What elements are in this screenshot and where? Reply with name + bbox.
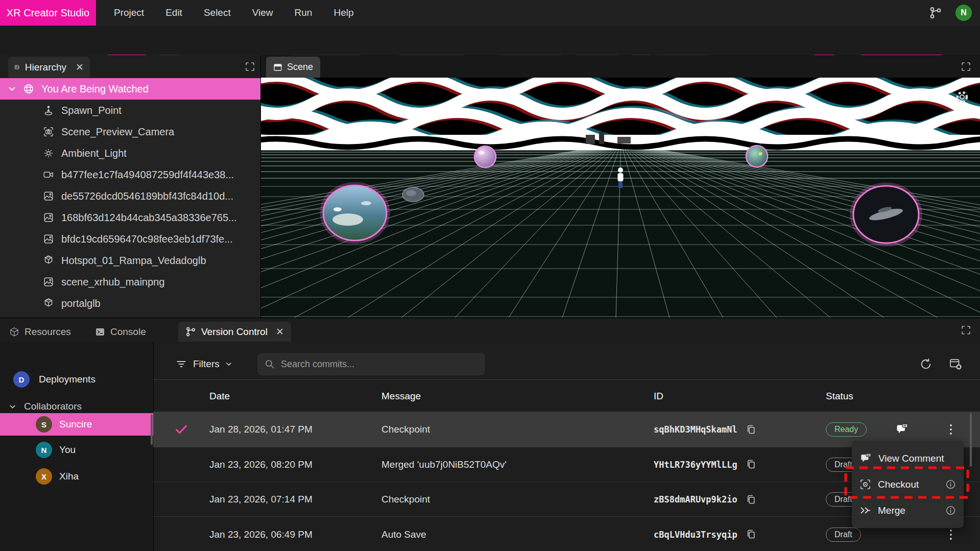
hierarchy-icon xyxy=(14,62,20,73)
tree-item[interactable]: 168bf63d124b44cab345a38336e765... xyxy=(0,207,260,228)
tab-scene[interactable]: Scene xyxy=(266,57,320,78)
image-icon xyxy=(43,276,54,288)
portal-small-gray[interactable] xyxy=(402,187,424,202)
menu-select[interactable]: Select xyxy=(193,7,242,18)
portal-left-large[interactable] xyxy=(321,183,389,243)
tree-item[interactable]: portalglb xyxy=(0,293,260,314)
refresh-icon[interactable] xyxy=(919,357,933,371)
chevron-down-icon[interactable] xyxy=(8,86,16,91)
avatar-figure[interactable] xyxy=(618,167,624,188)
close-icon[interactable]: ✕ xyxy=(276,327,284,337)
tab-hierarchy[interactable]: Hierarchy ✕ xyxy=(8,57,90,78)
collaborator-avatar: S xyxy=(36,416,52,433)
sidebar-scrollbar[interactable] xyxy=(151,414,153,445)
close-icon[interactable]: ✕ xyxy=(76,62,84,72)
main-area: Hierarchy ✕ You Are Being Watched xyxy=(0,55,980,318)
commit-date: Jan 23, 2026, 08:20 PM xyxy=(209,459,381,470)
toolbar: World Selection 0.5m 5° xyxy=(0,26,980,55)
tree-item[interactable]: Hotspot_01_Rampa_Vedadoglb xyxy=(0,250,260,271)
vc-sidebar: D Deployments Collaborators S Suncire N … xyxy=(0,342,154,551)
tree-item[interactable]: Ambient_Light xyxy=(0,142,260,164)
expand-panel-icon[interactable] xyxy=(961,325,971,335)
user-avatar[interactable]: N xyxy=(955,5,972,21)
commit-id: sqBhKD3MHqSkamNl xyxy=(654,424,737,435)
scene-3d-render[interactable] xyxy=(261,78,980,318)
copy-icon[interactable] xyxy=(746,459,756,470)
tree-item[interactable]: b477fee1c7fa494087259df4f443e38... xyxy=(0,164,260,185)
commit-date: Jan 28, 2026, 01:47 PM xyxy=(209,424,381,435)
commit-date: Jan 23, 2026, 07:14 PM xyxy=(209,494,381,505)
tree-item[interactable]: Spawn_Point xyxy=(0,100,260,121)
menu-run[interactable]: Run xyxy=(284,7,323,18)
window-icon xyxy=(273,63,282,72)
status-badge: Ready xyxy=(826,422,867,437)
version-control-content: D Deployments Collaborators S Suncire N … xyxy=(0,342,980,551)
commit-settings-icon[interactable] xyxy=(949,357,962,371)
commit-table-header: Date Message ID Status xyxy=(153,379,980,412)
main-menu: Project Edit Select View Run Help xyxy=(103,7,364,18)
hierarchy-tree: You Are Being Watched Spawn_Point Scene xyxy=(0,78,260,314)
menu-edit[interactable]: Edit xyxy=(155,7,193,18)
spawn-icon xyxy=(43,105,54,116)
commit-date: Jan 23, 2026, 06:49 PM xyxy=(209,529,381,540)
tree-item[interactable]: scene_xrhub_mainpng xyxy=(0,271,260,293)
menu-item-merge[interactable]: Merge xyxy=(852,497,964,523)
tab-console[interactable]: Console xyxy=(95,322,146,342)
menu-help[interactable]: Help xyxy=(323,7,364,18)
menu-item-checkout[interactable]: Checkout xyxy=(852,471,964,497)
info-icon xyxy=(945,505,956,516)
commit-id: zBS8dmARUvp9k2io xyxy=(654,494,737,505)
sidebar-item-deployments[interactable]: D Deployments xyxy=(0,370,153,389)
portal-sphere-teal[interactable] xyxy=(746,146,768,167)
comment-icon xyxy=(859,453,872,464)
row-menu-kebab-icon[interactable] xyxy=(946,424,955,435)
checkout-icon xyxy=(859,478,871,490)
terminal-icon xyxy=(95,327,105,337)
tab-resources[interactable]: Resources xyxy=(9,322,71,342)
menu-project[interactable]: Project xyxy=(103,7,155,18)
row-menu-kebab-icon[interactable] xyxy=(946,530,955,540)
git-branch-icon[interactable] xyxy=(929,6,942,19)
merge-icon xyxy=(859,505,871,516)
deployments-avatar: D xyxy=(13,371,30,388)
commit-id: YHtLR736yYYMlLLg xyxy=(654,460,737,470)
search-icon xyxy=(265,359,275,369)
menu-view[interactable]: View xyxy=(242,7,284,18)
column-header-date[interactable]: Date xyxy=(209,391,381,402)
tree-item[interactable]: de55726dcd0546189bbf43fc84d10d... xyxy=(0,185,260,207)
column-header-status[interactable]: Status xyxy=(826,391,895,402)
table-scrollbar[interactable] xyxy=(970,413,972,467)
copy-icon[interactable] xyxy=(746,494,756,505)
tab-version-control[interactable]: Version Control ✕ xyxy=(178,322,291,342)
chevron-down-icon[interactable] xyxy=(9,404,16,409)
sidebar-item-collaborator-suncire[interactable]: S Suncire xyxy=(0,413,153,436)
image-icon xyxy=(43,233,54,245)
comment-icon[interactable] xyxy=(895,423,909,436)
commit-message: Auto Save xyxy=(381,529,654,540)
sidebar-group-collaborators[interactable]: Collaborators xyxy=(0,398,153,415)
column-header-message[interactable]: Message xyxy=(381,391,654,402)
sidebar-item-collaborator-xiha[interactable]: X Xiha xyxy=(0,465,153,488)
column-header-id[interactable]: ID xyxy=(654,391,826,402)
sidebar-item-collaborator-you[interactable]: N You xyxy=(0,439,153,461)
portal-right-large[interactable] xyxy=(851,184,921,245)
scene-viewport[interactable]: Scene xyxy=(261,55,980,318)
collaborator-avatar: N xyxy=(36,442,52,458)
filters-button[interactable]: Filters xyxy=(176,353,232,375)
search-commits-input[interactable] xyxy=(280,358,478,370)
commit-message: Merged 'uub7j0NiB52T0AQv' xyxy=(381,459,654,470)
commit-message: Checkpoint xyxy=(381,494,654,505)
copy-icon[interactable] xyxy=(746,529,756,540)
globe-icon xyxy=(23,83,34,94)
tree-item[interactable]: bfdc19cd6596470c98fee3eb1df73fe... xyxy=(0,228,260,250)
tree-item-scene-root[interactable]: You Are Being Watched xyxy=(0,78,260,100)
expand-panel-icon[interactable] xyxy=(245,62,255,71)
bottom-panel: Resources Console Version Control ✕ xyxy=(0,318,980,551)
expand-panel-icon[interactable] xyxy=(961,62,971,71)
tree-item[interactable]: Scene_Preview_Camera xyxy=(0,121,260,142)
search-commits-box[interactable] xyxy=(257,353,485,375)
menubar: XR Creator Studio Project Edit Select Vi… xyxy=(0,0,980,26)
portal-sphere-purple[interactable] xyxy=(474,146,496,167)
menu-item-view-comment[interactable]: View Comment xyxy=(852,445,964,471)
copy-icon[interactable] xyxy=(746,424,756,435)
